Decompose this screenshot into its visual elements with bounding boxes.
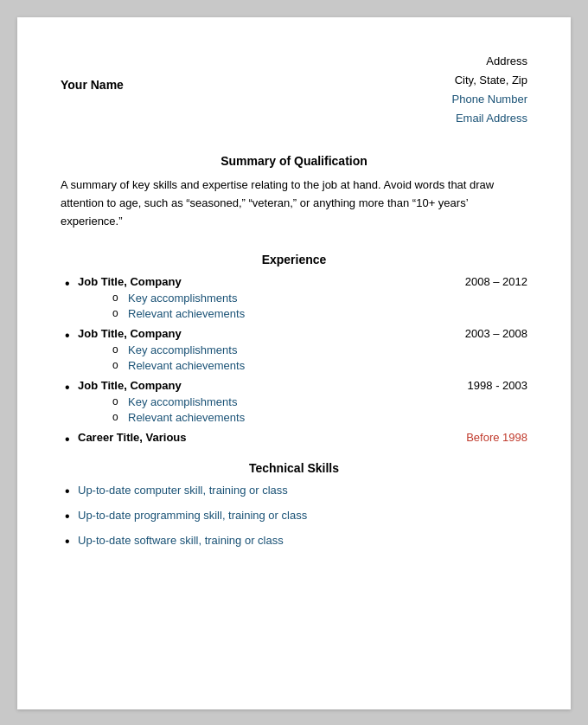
job-2-item-2: Relevant achievements xyxy=(112,359,527,372)
job-1-items: Key accomplishments Relevant achievement… xyxy=(112,292,527,320)
address-line: Address xyxy=(452,52,527,71)
header: Your Name Address City, State, Zip Phone… xyxy=(61,52,527,128)
jobs-list: Job Title, Company 2008 – 2012 Key accom… xyxy=(61,275,527,444)
resume-page: Your Name Address City, State, Zip Phone… xyxy=(17,17,571,709)
contact-info: Address City, State, Zip Phone Number Em… xyxy=(452,52,527,128)
phone-line: Phone Number xyxy=(452,90,527,109)
job-title-2: Job Title, Company xyxy=(78,327,182,340)
job-3-item-2: Relevant achievements xyxy=(112,411,527,424)
summary-text: A summary of key skills and expertise re… xyxy=(61,176,527,230)
job-title-4: Career Title, Various xyxy=(78,431,187,444)
job-date-2: 2003 – 2008 xyxy=(465,327,527,340)
technical-skills-title: Technical Skills xyxy=(61,461,527,475)
city-state-zip-line: City, State, Zip xyxy=(452,71,527,90)
job-date-4: Before 1998 xyxy=(466,431,527,444)
job-date-3: 1998 - 2003 xyxy=(468,379,527,392)
job-1-item-2: Relevant achievements xyxy=(112,307,527,320)
job-2-items: Key accomplishments Relevant achievement… xyxy=(112,343,527,372)
skill-item-3: Up-to-date software skill, training or c… xyxy=(61,534,527,547)
email-line: Email Address xyxy=(452,109,527,128)
job-3-item-1: Key accomplishments xyxy=(112,395,527,408)
skill-item-2: Up-to-date programming skill, training o… xyxy=(61,509,527,522)
job-title-3: Job Title, Company xyxy=(78,379,182,392)
job-entry-2: Job Title, Company 2003 – 2008 Key accom… xyxy=(61,327,527,372)
skills-list: Up-to-date computer skill, training or c… xyxy=(61,484,527,547)
job-date-1: 2008 – 2012 xyxy=(465,275,527,288)
job-title-1: Job Title, Company xyxy=(78,275,182,288)
technical-skills-section: Technical Skills Up-to-date computer ski… xyxy=(61,461,527,547)
job-entry-4: Career Title, Various Before 1998 xyxy=(61,431,527,444)
job-1-item-1: Key accomplishments xyxy=(112,292,527,305)
job-entry-3: Job Title, Company 1998 - 2003 Key accom… xyxy=(61,379,527,424)
job-2-item-1: Key accomplishments xyxy=(112,343,527,356)
candidate-name: Your Name xyxy=(61,52,124,92)
experience-section: Experience Job Title, Company 2008 – 201… xyxy=(61,253,527,444)
summary-title: Summary of Qualification xyxy=(61,154,527,168)
summary-section: Summary of Qualification A summary of ke… xyxy=(61,154,527,230)
job-entry-1: Job Title, Company 2008 – 2012 Key accom… xyxy=(61,275,527,320)
skill-item-1: Up-to-date computer skill, training or c… xyxy=(61,484,527,497)
experience-title: Experience xyxy=(61,253,527,266)
job-3-items: Key accomplishments Relevant achievement… xyxy=(112,395,527,424)
